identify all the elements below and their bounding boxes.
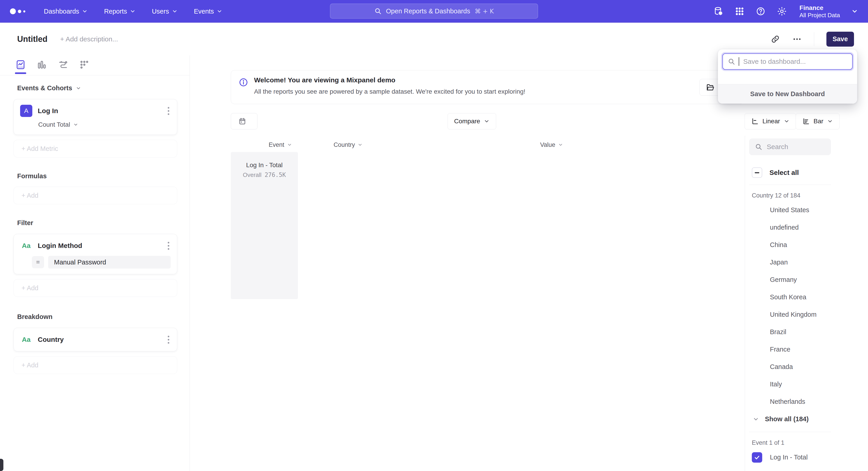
global-search-button[interactable]: Open Reports & Dashboards ⌘ + K [330, 4, 538, 19]
country-checkbox-label: Netherlands [770, 398, 805, 405]
event-checkbox-row[interactable]: Log In - Total [749, 449, 831, 466]
chart-type-button[interactable]: Bar [796, 113, 839, 129]
check-icon [754, 225, 760, 231]
save-to-dashboard-popup: Save to dashboard... Save to New Dashboa… [718, 49, 857, 104]
nav-item[interactable]: Reports [104, 8, 135, 15]
indeterminate-dash-icon [755, 172, 759, 173]
copy-link-icon[interactable] [771, 34, 780, 44]
text-caret [739, 57, 739, 66]
country-checkbox-row[interactable]: United States [749, 201, 831, 219]
country-checkbox[interactable] [752, 310, 762, 320]
nav-item[interactable]: Dashboards [44, 8, 88, 15]
apps-grid-icon[interactable] [735, 6, 744, 16]
tab-retention[interactable] [79, 59, 90, 70]
filter-kebab-menu-icon[interactable] [166, 240, 170, 251]
add-metric-button[interactable]: + Add Metric [13, 140, 177, 157]
event-series-cell[interactable]: Log In - Total Overall 276.5K [231, 152, 298, 299]
column-header-country[interactable]: Country [321, 140, 375, 149]
breakdown-property-name[interactable]: Country [38, 336, 64, 344]
show-all-label: Show all (184) [765, 415, 809, 423]
show-all-button[interactable]: Show all (184) [749, 410, 831, 428]
country-checkbox-label: Brazil [770, 328, 786, 336]
filter-operator-chip[interactable]: = [32, 256, 44, 268]
country-checkbox[interactable] [752, 344, 762, 355]
events-cohorts-label: Events & Cohorts [17, 84, 72, 92]
country-checkbox-row[interactable]: Netherlands [749, 393, 831, 410]
events-cohorts-header[interactable]: Events & Cohorts [17, 84, 177, 92]
date-range-custom[interactable] [231, 113, 257, 129]
mixpanel-logo-icon[interactable] [10, 8, 29, 14]
country-checkbox-row[interactable]: France [749, 341, 831, 358]
legend-filter-panel: Search Select all Country 12 of 184 Unit… [745, 136, 868, 471]
settings-gear-icon[interactable] [777, 6, 787, 16]
project-selector[interactable]: Finance All Project Data [800, 4, 840, 19]
nav-item[interactable]: Events [194, 8, 223, 15]
add-breakdown-button[interactable]: + Add [13, 356, 177, 374]
more-options-icon[interactable] [792, 34, 802, 44]
country-checkbox-row[interactable]: Brazil [749, 323, 831, 341]
compare-button[interactable]: Compare [447, 113, 496, 129]
date-range-control [231, 113, 257, 129]
country-checkbox-row[interactable]: Italy [749, 376, 831, 393]
country-checkbox[interactable] [752, 362, 762, 372]
country-checkbox[interactable] [752, 396, 762, 407]
tab-funnels[interactable] [36, 59, 48, 70]
country-checkbox-row[interactable]: Germany [749, 271, 831, 289]
filter-property-name[interactable]: Login Method [38, 242, 82, 249]
search-icon [755, 143, 762, 150]
add-formula-button[interactable]: + Add [13, 187, 177, 204]
country-checkbox-label: Italy [770, 381, 782, 388]
country-checkbox-row[interactable]: undefined [749, 219, 831, 236]
data-management-icon[interactable] [714, 6, 723, 16]
nav-item[interactable]: Users [152, 8, 178, 15]
column-header-event[interactable]: Event [253, 140, 307, 149]
country-checkbox-row[interactable]: South Korea [749, 289, 831, 306]
save-to-dashboard-input[interactable]: Save to dashboard... [722, 53, 852, 70]
legend-search-input[interactable]: Search [749, 139, 831, 155]
country-checkbox[interactable] [752, 379, 762, 389]
help-icon[interactable] [756, 6, 766, 16]
select-all-checkbox[interactable] [752, 168, 762, 178]
country-checkbox[interactable] [752, 257, 762, 268]
tab-insights[interactable] [15, 59, 26, 70]
filter-value-field[interactable]: Manual Password [48, 256, 170, 268]
country-checkbox[interactable] [752, 205, 762, 215]
scale-selector-button[interactable]: Linear [745, 113, 796, 129]
chevron-down-icon [784, 118, 789, 124]
select-all-row[interactable]: Select all [749, 168, 831, 178]
country-checkbox-row[interactable]: China [749, 236, 831, 254]
breakdown-kebab-menu-icon[interactable] [166, 334, 170, 345]
save-button[interactable]: Save [827, 32, 854, 47]
metric-aggregation-dropdown[interactable]: Count Total [38, 121, 170, 128]
country-checkbox[interactable] [752, 327, 762, 337]
breakdown-label: Breakdown [17, 313, 53, 321]
country-checkbox-label: France [770, 346, 790, 353]
save-to-new-dashboard-button[interactable]: Save to New Dashboard [718, 84, 857, 104]
tab-flows[interactable] [57, 59, 69, 70]
country-checkbox[interactable] [752, 240, 762, 250]
country-checkbox[interactable] [752, 275, 762, 285]
metric-kebab-menu-icon[interactable] [166, 106, 170, 116]
breakdown-card[interactable]: Aa Country [13, 328, 177, 351]
check-icon [754, 329, 760, 335]
country-checkbox-label: Germany [770, 276, 797, 284]
add-description-field[interactable]: + Add description... [60, 35, 118, 43]
metric-card[interactable]: A Log In Count Total [13, 99, 177, 135]
global-search-shortcut: ⌘ + K [475, 8, 494, 15]
country-checkbox-label: undefined [770, 224, 799, 231]
check-icon [754, 381, 760, 387]
project-chevron-down-icon[interactable] [851, 8, 858, 15]
event-checkbox[interactable] [752, 452, 762, 463]
country-checkbox-label: United States [770, 206, 809, 214]
country-checkbox[interactable] [752, 223, 762, 233]
country-checkbox-row[interactable]: Japan [749, 254, 831, 271]
column-header-value[interactable]: Value [511, 140, 592, 149]
country-checkbox-row[interactable]: Canada [749, 358, 831, 376]
report-title[interactable]: Untitled [17, 34, 48, 44]
country-checkbox-label: Japan [770, 259, 788, 266]
country-checkbox-row[interactable]: United Kingdom [749, 306, 831, 323]
metric-event-name[interactable]: Log In [38, 107, 58, 115]
country-checkbox[interactable] [752, 292, 762, 302]
filter-card[interactable]: Aa Login Method = Manual Password [13, 234, 177, 274]
add-filter-button[interactable]: + Add [13, 279, 177, 297]
